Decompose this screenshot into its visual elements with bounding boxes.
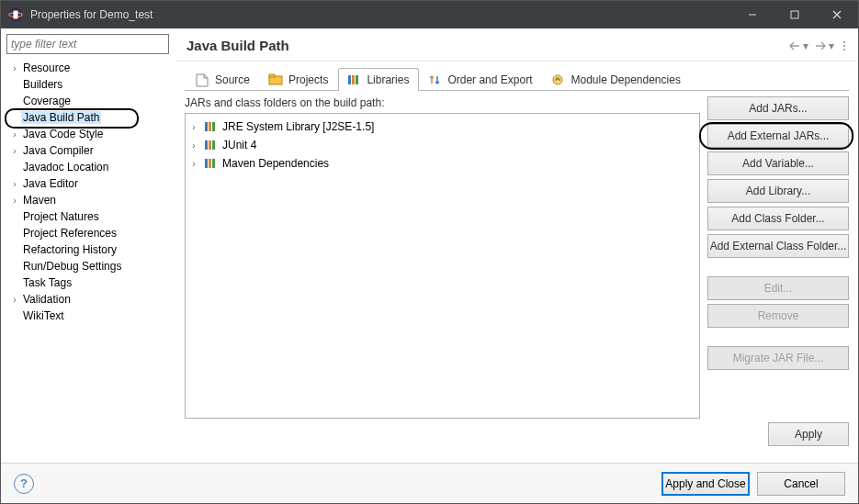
svg-rect-14 [356, 75, 358, 84]
nav-item-label: Java Editor [21, 177, 80, 190]
tab-icon [427, 73, 442, 87]
library-icon [204, 121, 219, 132]
nav-item[interactable]: ›Maven [5, 192, 175, 208]
chevron-right-icon: › [187, 122, 200, 132]
svg-rect-19 [205, 140, 208, 150]
filter-input[interactable] [6, 34, 169, 54]
tab-icon [346, 73, 361, 87]
library-item[interactable]: ›Maven Dependencies [187, 154, 697, 173]
help-icon[interactable]: ? [14, 474, 34, 494]
nav-item-label: Java Code Style [21, 128, 105, 140]
library-icon [204, 140, 219, 151]
nav-item[interactable]: WikiText [5, 308, 175, 324]
chevron-right-icon: › [187, 140, 200, 151]
minimize-button[interactable] [731, 1, 774, 28]
nav-item[interactable]: ›Java Compiler [5, 142, 175, 159]
add-library-button[interactable]: Add Library... [707, 179, 849, 203]
svg-rect-23 [209, 159, 211, 168]
nav-item[interactable]: ›Validation [5, 291, 175, 308]
tab-module-dependencies[interactable]: Module Dependencies [542, 68, 690, 91]
chevron-right-icon: › [187, 159, 200, 169]
maximize-button[interactable] [774, 1, 816, 28]
tab-source[interactable]: Source [186, 68, 260, 91]
chevron-right-icon: › [8, 146, 21, 156]
library-label: JUnit 4 [222, 139, 256, 151]
library-item[interactable]: ›JUnit 4 [187, 136, 697, 154]
add-variable-button[interactable]: Add Variable... [707, 151, 849, 175]
chevron-right-icon: › [8, 129, 21, 140]
nav-item[interactable]: Javadoc Location [5, 159, 175, 175]
dialog-footer: ? Apply and Close Cancel [1, 463, 858, 503]
library-buttons: Add JARs... Add External JARs... Add Var… [707, 96, 849, 419]
svg-rect-24 [212, 159, 215, 168]
chevron-right-icon: › [8, 63, 21, 73]
add-class-folder-button[interactable]: Add Class Folder... [707, 207, 849, 230]
nav-item[interactable]: Java Build Path [5, 109, 175, 126]
svg-rect-20 [209, 140, 211, 150]
svg-rect-16 [205, 122, 208, 131]
page-body: SourceProjectsLibrariesOrder and ExportM… [175, 62, 858, 463]
nav-item-label: Coverage [21, 95, 73, 107]
svg-rect-18 [212, 122, 215, 131]
nav-item-label: Validation [21, 293, 73, 306]
chevron-right-icon: › [8, 179, 21, 189]
back-icon[interactable]: ▾ [788, 39, 808, 52]
tab-libraries[interactable]: Libraries [338, 68, 419, 91]
dialog-body: ›ResourceBuildersCoverageJava Build Path… [1, 28, 858, 463]
page-header: Java Build Path ▾ ▾ [175, 28, 858, 62]
svg-point-9 [843, 49, 845, 50]
nav-item-label: Javadoc Location [21, 161, 110, 174]
tab-label: Projects [288, 73, 328, 86]
chevron-right-icon: › [8, 196, 21, 206]
nav-item[interactable]: Task Tags [5, 274, 175, 291]
nav-item-label: Project References [21, 227, 119, 240]
tab-bar: SourceProjectsLibrariesOrder and ExportM… [185, 67, 849, 91]
nav-tree[interactable]: ›ResourceBuildersCoverageJava Build Path… [1, 58, 175, 463]
close-button[interactable] [816, 1, 858, 28]
nav-item[interactable]: Project References [5, 225, 175, 241]
nav-item[interactable]: Project Natures [5, 208, 175, 225]
nav-item-label: Task Tags [21, 276, 73, 289]
nav-item[interactable]: ›Resource [5, 60, 175, 76]
library-label: Maven Dependencies [222, 157, 329, 170]
cancel-button[interactable]: Cancel [757, 472, 845, 496]
titlebar: Properties for Demo_test [1, 1, 858, 28]
add-external-jars-button[interactable]: Add External JARs... [707, 124, 849, 148]
nav-item-label: Resource [21, 62, 72, 74]
nav-item-label: WikiText [21, 309, 66, 322]
nav-item[interactable]: ›Java Code Style [5, 126, 175, 142]
tab-projects[interactable]: Projects [260, 68, 338, 91]
svg-rect-11 [269, 74, 275, 77]
nav-item[interactable]: ›Java Editor [5, 175, 175, 192]
nav-item-label: Java Build Path [21, 111, 101, 124]
add-jars-button[interactable]: Add JARs... [707, 96, 849, 120]
nav-panel: ›ResourceBuildersCoverageJava Build Path… [1, 28, 175, 463]
apply-button[interactable]: Apply [768, 422, 849, 446]
content-panel: Java Build Path ▾ ▾ SourceProjectsLibrar… [175, 28, 858, 463]
view-menu-icon[interactable] [840, 40, 849, 51]
apply-and-close-button[interactable]: Apply and Close [661, 472, 750, 496]
nav-item-label: Java Compiler [21, 144, 96, 157]
filter-wrapper [6, 34, 169, 54]
page-title: Java Build Path [186, 38, 783, 53]
svg-point-7 [843, 41, 845, 43]
tab-label: Libraries [367, 73, 409, 86]
nav-item[interactable]: Builders [5, 76, 175, 93]
nav-item[interactable]: Coverage [5, 93, 175, 109]
nav-item[interactable]: Refactoring History [5, 241, 175, 258]
nav-item-label: Run/Debug Settings [21, 260, 123, 273]
forward-icon[interactable]: ▾ [814, 39, 834, 52]
svg-point-15 [553, 75, 562, 84]
nav-item[interactable]: Run/Debug Settings [5, 258, 175, 274]
svg-rect-17 [209, 122, 211, 131]
add-external-class-folder-button[interactable]: Add External Class Folder... [707, 234, 849, 258]
libraries-list[interactable]: ›JRE System Library [J2SE-1.5]›JUnit 4›M… [185, 113, 700, 419]
libraries-tab-body: JARs and class folders on the build path… [185, 91, 849, 419]
nav-item-label: Maven [21, 194, 58, 207]
library-item[interactable]: ›JRE System Library [J2SE-1.5] [187, 118, 697, 136]
tab-label: Source [215, 73, 250, 86]
dialog-window: Properties for Demo_test ›ResourceBuilde… [0, 0, 859, 504]
remove-button: Remove [707, 304, 849, 328]
tab-order-and-export[interactable]: Order and Export [419, 68, 542, 91]
library-icon [204, 158, 219, 169]
